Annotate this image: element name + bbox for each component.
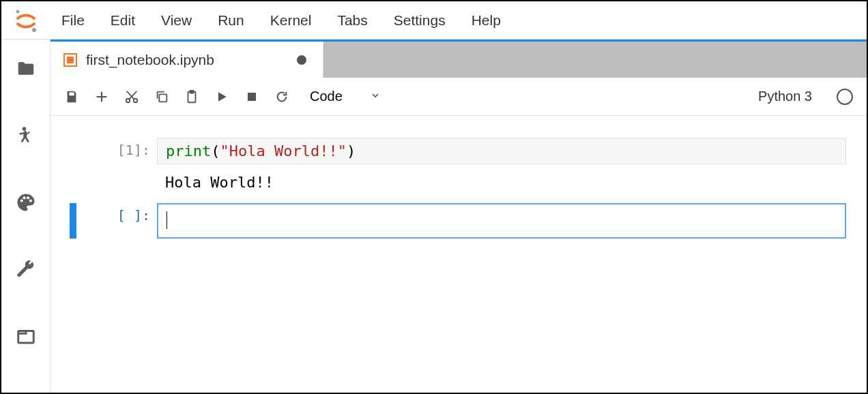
- menu-kernel[interactable]: Kernel: [270, 12, 312, 29]
- notebook-file-icon: [63, 52, 78, 67]
- menu-view[interactable]: View: [161, 12, 192, 29]
- sidebar: [1, 40, 50, 393]
- svg-point-6: [29, 200, 31, 202]
- tab-title: first_notebook.ipynb: [86, 52, 289, 68]
- add-cell-icon[interactable]: [94, 89, 109, 104]
- cell-1[interactable]: [1]: print("Hola World!!") Hola World!!: [70, 138, 846, 194]
- svg-point-5: [27, 196, 29, 199]
- running-icon[interactable]: [16, 125, 36, 146]
- menu-tabs[interactable]: Tabs: [337, 12, 367, 29]
- palette-icon[interactable]: [16, 192, 36, 213]
- svg-rect-9: [67, 57, 74, 63]
- folder-icon[interactable]: [16, 59, 36, 79]
- kernel-name[interactable]: Python 3: [758, 89, 812, 104]
- cell-prompt: [ ]:: [82, 203, 157, 239]
- notebook-area: [1]: print("Hola World!!") Hola World!! …: [50, 116, 867, 393]
- cut-icon[interactable]: [124, 89, 139, 104]
- jupyter-logo: [1, 9, 50, 32]
- celltype-select[interactable]: Code: [310, 89, 381, 104]
- tab-bar: first_notebook.ipynb: [50, 40, 867, 78]
- paste-icon[interactable]: [184, 89, 199, 104]
- kernel-status-icon[interactable]: [837, 89, 853, 105]
- restart-icon[interactable]: [274, 89, 289, 104]
- tabs-icon[interactable]: [16, 326, 36, 346]
- celltype-label: Code: [310, 89, 343, 104]
- tab-notebook[interactable]: first_notebook.ipynb: [50, 42, 323, 78]
- svg-rect-12: [159, 94, 167, 102]
- svg-point-0: [16, 10, 20, 13]
- copy-icon[interactable]: [154, 89, 169, 104]
- svg-rect-15: [248, 93, 256, 101]
- cell-input[interactable]: print("Hola World!!"): [157, 138, 846, 164]
- menu-file[interactable]: File: [61, 12, 85, 29]
- wrench-icon[interactable]: [16, 259, 36, 279]
- cell-prompt: [1]:: [82, 138, 157, 194]
- menu-help[interactable]: Help: [472, 12, 501, 29]
- svg-point-1: [32, 28, 36, 32]
- menu-edit[interactable]: Edit: [111, 12, 135, 29]
- cell-2[interactable]: [ ]:: [70, 203, 846, 239]
- save-icon[interactable]: [64, 89, 79, 104]
- menubar: File Edit View Run Kernel Tabs Settings …: [1, 1, 867, 40]
- svg-point-2: [22, 127, 26, 131]
- cell-output: Hola World!!: [157, 164, 846, 194]
- menu-run[interactable]: Run: [218, 12, 244, 29]
- chevron-down-icon: [370, 89, 381, 104]
- run-icon[interactable]: [214, 89, 229, 104]
- menu-settings[interactable]: Settings: [394, 12, 446, 29]
- svg-rect-14: [190, 90, 194, 93]
- svg-point-3: [20, 200, 23, 202]
- svg-point-4: [23, 196, 25, 199]
- cell-input[interactable]: [157, 203, 846, 239]
- unsaved-indicator-icon: [297, 55, 306, 65]
- notebook-toolbar: Code Python 3: [50, 78, 867, 116]
- stop-icon[interactable]: [244, 89, 259, 104]
